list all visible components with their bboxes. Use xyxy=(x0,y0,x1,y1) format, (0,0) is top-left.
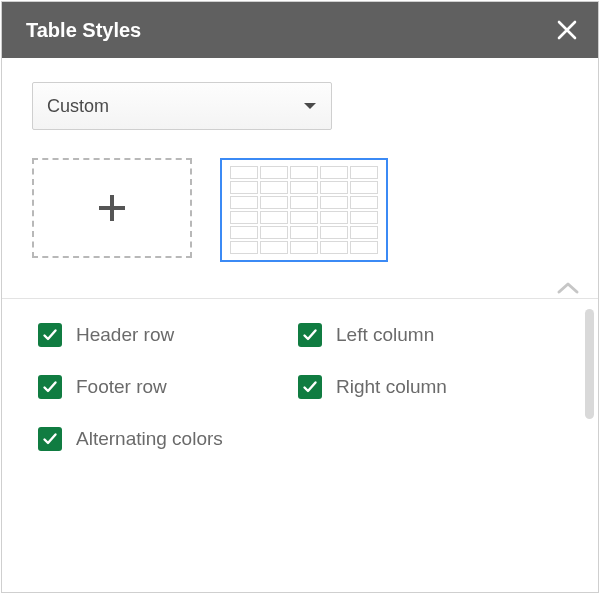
panel-title: Table Styles xyxy=(26,19,556,42)
checkbox-alternating-colors[interactable] xyxy=(38,427,62,451)
style-thumbnails xyxy=(32,158,568,262)
option-label: Right column xyxy=(336,376,447,398)
collapse-row xyxy=(2,272,598,298)
style-preview-selected[interactable] xyxy=(220,158,388,262)
upper-section: Custom xyxy=(2,58,598,272)
dropdown-value: Custom xyxy=(47,96,109,117)
option-header-row[interactable]: Header row xyxy=(38,323,278,347)
checkbox-left-column[interactable] xyxy=(298,323,322,347)
checkbox-right-column[interactable] xyxy=(298,375,322,399)
option-label: Left column xyxy=(336,324,434,346)
option-right-column[interactable]: Right column xyxy=(298,375,568,399)
option-label: Footer row xyxy=(76,376,167,398)
styles-dropdown[interactable]: Custom xyxy=(32,82,332,130)
chevron-up-icon[interactable] xyxy=(556,280,580,296)
checkbox-footer-row[interactable] xyxy=(38,375,62,399)
close-icon[interactable] xyxy=(556,19,578,41)
table-preview-grid xyxy=(230,166,378,254)
plus-icon xyxy=(99,195,125,221)
option-left-column[interactable]: Left column xyxy=(298,323,568,347)
option-label: Alternating colors xyxy=(76,428,223,450)
caret-down-icon xyxy=(303,101,317,111)
option-label: Header row xyxy=(76,324,174,346)
checkbox-header-row[interactable] xyxy=(38,323,62,347)
add-style-tile[interactable] xyxy=(32,158,192,258)
options-section: Header row Left column Footer row Right … xyxy=(2,299,598,592)
titlebar: Table Styles xyxy=(2,2,598,58)
table-styles-panel: Table Styles Custom xyxy=(1,1,599,593)
scrollbar-thumb[interactable] xyxy=(585,309,594,419)
option-alternating-colors[interactable]: Alternating colors xyxy=(38,427,278,451)
option-footer-row[interactable]: Footer row xyxy=(38,375,278,399)
options-grid: Header row Left column Footer row Right … xyxy=(38,323,568,451)
